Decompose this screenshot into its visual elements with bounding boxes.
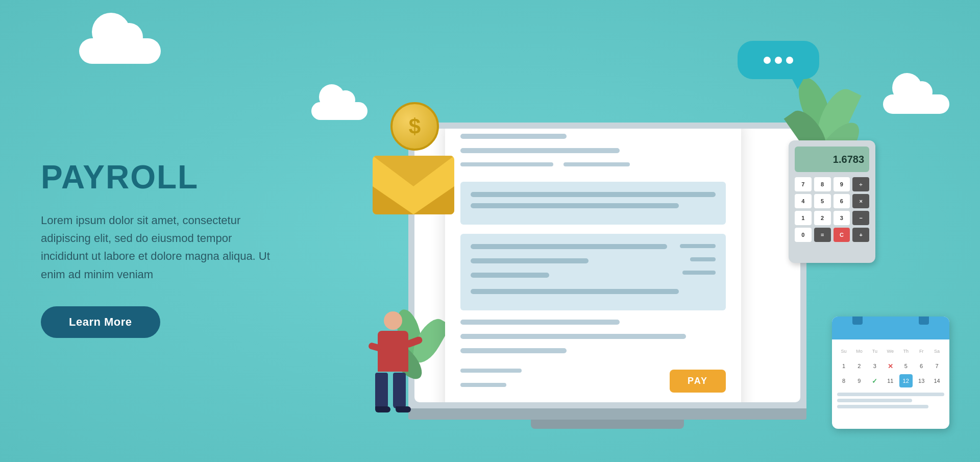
person-head	[384, 311, 402, 330]
calendar-ring-left	[852, 317, 863, 325]
cal-header-sa: Sa	[930, 345, 944, 358]
calc-btn-div: ÷	[852, 177, 869, 191]
cal-header-su: Su	[837, 345, 850, 358]
cal-day-14: 14	[930, 374, 944, 387]
calc-btn-sub: −	[852, 211, 869, 225]
cal-header-fr: Fr	[915, 345, 928, 358]
envelope-icon	[373, 156, 454, 214]
illustration: $	[291, 0, 980, 462]
coin-icon: $	[390, 102, 439, 151]
laptop-icon: PAY	[408, 123, 806, 429]
chat-dot-2	[775, 57, 782, 64]
calc-btn-1: 1	[795, 211, 812, 225]
calendar-icon: Su Mo Tu We Th Fr Sa 1 2 3 ✕ 5 6 7 8 9 ✓…	[832, 317, 949, 429]
cal-day-12-blue: 12	[899, 374, 913, 387]
person-body	[378, 331, 408, 372]
cal-day-6: 6	[915, 359, 928, 373]
person-legs	[370, 373, 416, 412]
cal-day-1: 1	[837, 359, 850, 373]
calc-btn-6: 6	[834, 194, 850, 208]
calc-btn-0: 0	[795, 228, 812, 242]
cal-line-1	[837, 393, 944, 396]
person-icon	[370, 311, 416, 414]
calc-btn-8: 8	[814, 177, 831, 191]
laptop-base	[408, 408, 806, 420]
chat-bubble-icon	[738, 41, 819, 79]
cal-day-8: 8	[837, 374, 850, 387]
cal-day-10-check: ✓	[868, 374, 881, 387]
cal-header-tu: Tu	[868, 345, 881, 358]
cal-day-9: 9	[852, 374, 866, 387]
cloud-top-left-icon	[79, 28, 161, 64]
cal-line-2	[837, 399, 912, 402]
person-shoe-left	[375, 406, 390, 412]
calc-btn-c: C	[834, 228, 850, 242]
calc-btn-4: 4	[795, 194, 812, 208]
cal-day-13: 13	[915, 374, 928, 387]
document-icon: PAY	[445, 129, 741, 402]
cal-day-2: 2	[852, 359, 866, 373]
calculator-display: 1.6783	[795, 147, 869, 172]
pay-button[interactable]: PAY	[670, 370, 726, 393]
learn-more-button[interactable]: Learn More	[41, 306, 160, 338]
calendar-row-lines	[832, 393, 949, 414]
text-section: PAYROLL Lorem ipsum dolor sit amet, cons…	[41, 158, 296, 338]
laptop-screen-inner: PAY	[414, 129, 800, 402]
calc-btn-mul: ×	[852, 194, 869, 208]
cal-line-3	[837, 405, 928, 408]
cal-day-11: 11	[884, 374, 897, 387]
chat-dot-3	[786, 57, 793, 64]
cal-header-mo: Mo	[852, 345, 866, 358]
calc-btn-5: 5	[814, 194, 831, 208]
scene: PAYROLL Lorem ipsum dolor sit amet, cons…	[0, 0, 980, 462]
laptop-stand	[531, 420, 684, 429]
calc-btn-eq: =	[814, 228, 831, 242]
calculator-icon: 1.6783 7 8 9 ÷ 4 5 6 × 1 2 3 − 0 = C +	[789, 140, 875, 263]
page-description: Lorem ipsum dolor sit amet, consectetur …	[41, 211, 281, 283]
cal-day-4-x: ✕	[884, 359, 897, 373]
cal-day-5: 5	[899, 359, 913, 373]
cal-day-3: 3	[868, 359, 881, 373]
calendar-ring-right	[919, 317, 929, 325]
person-arm-left	[368, 342, 382, 352]
calc-btn-7: 7	[795, 177, 812, 191]
page-title: PAYROLL	[41, 158, 296, 196]
calendar-grid: Su Mo Tu We Th Fr Sa 1 2 3 ✕ 5 6 7 8 9 ✓…	[832, 339, 949, 393]
chat-dot-1	[764, 57, 771, 64]
person-leg-left	[375, 373, 388, 408]
cal-header-th: Th	[899, 345, 913, 358]
calc-btn-3: 3	[834, 211, 850, 225]
calculator-keypad: 7 8 9 ÷ 4 5 6 × 1 2 3 − 0 = C +	[795, 177, 869, 242]
person-leg-right	[393, 373, 406, 408]
calc-btn-2: 2	[814, 211, 831, 225]
person-shoe-right	[396, 406, 411, 412]
calc-btn-9: 9	[834, 177, 850, 191]
calendar-header	[832, 317, 949, 339]
laptop-screen: PAY	[408, 123, 806, 408]
cal-header-we: We	[884, 345, 897, 358]
calc-btn-add: +	[852, 228, 869, 242]
cal-day-7: 7	[930, 359, 944, 373]
